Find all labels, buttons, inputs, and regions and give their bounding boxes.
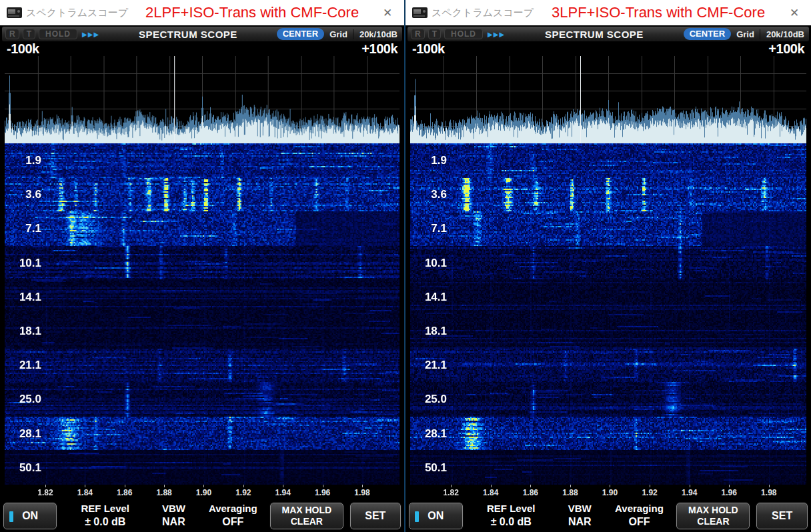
axis-tick-label: 1.98	[761, 488, 776, 497]
axis-tick-mark	[45, 485, 46, 487]
rx-button[interactable]: R	[411, 29, 425, 39]
ref-level-control[interactable]: REF Level ± 0.0 dB	[66, 502, 144, 529]
scope-body: R T HOLD ▶▶▶ SPECTRUM SCOPE CENTER Grid …	[406, 25, 811, 532]
waterfall-band-label: 7.1	[418, 222, 447, 235]
waterfall-band-label: 28.1	[418, 427, 447, 441]
vbw-control[interactable]: VBW NAR	[151, 502, 196, 529]
set-button[interactable]: SET	[350, 503, 401, 529]
waterfall-band-label: 21.1	[418, 359, 447, 372]
waterfall-band-label: 50.1	[418, 461, 447, 475]
control-bar: ON REF Level ± 0.0 dB VBW NAR Averaging …	[406, 499, 811, 532]
waterfall-band-label: 14.1	[418, 291, 447, 304]
averaging-value: OFF	[202, 515, 265, 529]
app-icon	[7, 7, 22, 18]
ref-level-value: ± 0.0 dB	[66, 515, 144, 529]
close-icon[interactable]: ✕	[783, 6, 806, 20]
waterfall-band-label: 10.1	[418, 257, 447, 270]
axis-tick-mark	[283, 485, 283, 487]
app-icon	[412, 7, 428, 18]
freq-right-label: +100k	[768, 41, 804, 57]
axis-tick-mark	[610, 485, 610, 487]
spectrum-display	[5, 56, 399, 143]
on-button-label: ON	[428, 510, 444, 521]
vbw-control[interactable]: VBW NAR	[557, 502, 603, 529]
rx-button[interactable]: R	[5, 29, 19, 39]
axis-tick-label: 1.88	[156, 488, 171, 497]
axis-tick-label: 1.90	[196, 488, 211, 497]
frequency-axis: 1.821.841.861.881.901.921.941.961.98	[5, 485, 399, 499]
ref-level-value: ± 0.0 dB	[472, 515, 550, 529]
tx-button[interactable]: T	[23, 29, 35, 39]
spectrum-canvas	[410, 56, 806, 143]
axis-tick-label: 1.82	[443, 488, 458, 497]
max-hold-clear-button[interactable]: MAX HOLD CLEAR	[676, 503, 750, 529]
waterfall-band-label: 25.0	[418, 393, 447, 406]
hold-button[interactable]: HOLD	[444, 29, 483, 39]
titlebar[interactable]: スペクトラムスコープ 2LPF+ISO-Trans with CMF-Core …	[0, 0, 404, 25]
on-button[interactable]: ON	[3, 503, 57, 529]
axis-tick-label: 1.96	[315, 488, 330, 497]
axis-tick-mark	[203, 485, 204, 487]
axis-tick-label: 1.90	[602, 488, 618, 497]
axis-tick-mark	[85, 485, 85, 487]
averaging-label: Averaging	[202, 502, 265, 515]
axis-tick-mark	[491, 485, 492, 487]
vbw-value: NAR	[151, 515, 196, 529]
axis-tick-mark	[729, 485, 730, 487]
waterfall-band-label: 10.1	[12, 257, 41, 270]
center-mode-badge[interactable]: CENTER	[684, 28, 731, 40]
vbw-label: VBW	[557, 502, 603, 515]
on-indicator	[9, 511, 13, 522]
scope-header-bar: R T HOLD ▶▶▶ SPECTRUM SCOPE CENTER Grid …	[408, 27, 809, 41]
axis-tick-label: 1.86	[117, 488, 132, 497]
axis-tick-label: 1.84	[77, 488, 93, 497]
set-button-label: SET	[365, 510, 385, 521]
sweep-speed-arrows-icon[interactable]: ▶▶▶	[82, 31, 99, 38]
on-button[interactable]: ON	[409, 503, 463, 529]
axis-tick-label: 1.84	[483, 488, 498, 497]
spectrum-canvas	[5, 56, 399, 143]
max-hold-label: MAX HOLD	[681, 505, 745, 516]
axis-tick-mark	[530, 485, 531, 487]
averaging-control[interactable]: Averaging OFF	[608, 502, 670, 529]
clear-label: CLEAR	[275, 516, 339, 527]
waterfall-canvas	[410, 143, 806, 485]
set-button[interactable]: SET	[756, 503, 808, 529]
waterfall-canvas	[5, 143, 399, 485]
axis-tick-label: 1.92	[642, 488, 657, 497]
averaging-label: Averaging	[608, 502, 670, 515]
close-icon[interactable]: ✕	[376, 6, 399, 20]
max-hold-clear-button[interactable]: MAX HOLD CLEAR	[270, 503, 343, 529]
axis-tick-mark	[243, 485, 244, 487]
set-button-label: SET	[772, 510, 792, 521]
clear-label: CLEAR	[681, 516, 745, 527]
waterfall-band-label: 21.1	[12, 359, 41, 372]
scope-screen: 1.93.67.110.114.118.121.125.028.150.1	[410, 56, 806, 485]
frequency-range-row: -100k +100k	[5, 41, 399, 56]
hold-button[interactable]: HOLD	[39, 29, 77, 39]
frequency-range-row: -100k +100k	[410, 41, 806, 56]
averaging-control[interactable]: Averaging OFF	[202, 502, 265, 529]
vbw-value: NAR	[557, 515, 603, 529]
axis-tick-label: 1.92	[235, 488, 251, 497]
scope-body: R T HOLD ▶▶▶ SPECTRUM SCOPE CENTER Grid …	[0, 25, 404, 532]
averaging-value: OFF	[608, 515, 670, 529]
scope-title: SPECTRUM SCOPE	[103, 29, 273, 40]
vbw-label: VBW	[151, 502, 196, 515]
axis-tick-label: 1.94	[275, 488, 291, 497]
sweep-speed-arrows-icon[interactable]: ▶▶▶	[488, 31, 505, 38]
spectrum-scope-window-2: スペクトラムスコープ 3LPF+ISO-Trans with CMF-Core …	[406, 0, 811, 532]
axis-tick-mark	[323, 485, 323, 487]
max-hold-label: MAX HOLD	[275, 505, 339, 516]
grid-label: Grid	[327, 29, 349, 39]
waterfall-band-label: 14.1	[12, 291, 41, 304]
titlebar[interactable]: スペクトラムスコープ 3LPF+ISO-Trans with CMF-Core …	[406, 0, 811, 25]
tx-button[interactable]: T	[428, 29, 441, 39]
ref-level-control[interactable]: REF Level ± 0.0 dB	[472, 502, 550, 529]
waterfall-band-label: 1.9	[418, 154, 447, 167]
waterfall-band-label: 25.0	[12, 393, 41, 406]
center-mode-badge[interactable]: CENTER	[277, 28, 324, 40]
on-indicator	[415, 511, 419, 522]
waterfall-band-label: 18.1	[418, 325, 447, 338]
axis-tick-label: 1.98	[354, 488, 369, 497]
